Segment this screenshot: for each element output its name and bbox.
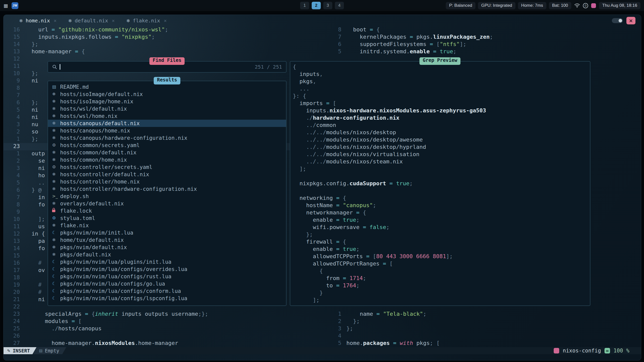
code-line[interactable]: 8 boot = { bbox=[327, 26, 641, 34]
line-number: 8 bbox=[4, 85, 20, 92]
code-line[interactable]: 13 home-manager = { bbox=[4, 48, 327, 56]
code-line[interactable]: 3}; bbox=[327, 325, 641, 333]
window-close-button[interactable]: × bbox=[626, 17, 635, 24]
result-filename: hosts/common/home.nix bbox=[60, 157, 127, 163]
line-number: 25 bbox=[4, 325, 20, 333]
code-line[interactable]: 5 initrd.systemd.enable = true; bbox=[327, 48, 641, 56]
result-item[interactable]: ❄hosts/wsl/default.nix bbox=[48, 105, 286, 112]
code-line[interactable]: 25 ./hosts/canopus bbox=[4, 325, 327, 333]
result-item[interactable]: ☾pkgs/nvim/nvim/init.lua bbox=[48, 229, 286, 236]
result-item[interactable]: ❄hosts/controller/hardware-configuration… bbox=[48, 185, 286, 193]
nix-icon: ❄ bbox=[68, 18, 72, 23]
result-item[interactable]: ❄hosts/canopus/hardware-configuration.ni… bbox=[48, 134, 286, 142]
result-item[interactable]: ❄hosts/isoImage/default.nix bbox=[48, 90, 286, 98]
result-filename: hosts/canopus/hardware-configuration.nix bbox=[60, 135, 187, 141]
result-item[interactable]: ☾pkgs/nvim/nvim/lua/configs/overrides.lu… bbox=[48, 265, 286, 273]
theme-accent-icon[interactable] bbox=[591, 3, 596, 8]
pin-toggle[interactable] bbox=[612, 18, 623, 23]
result-item[interactable]: ❄hosts/controller/default.nix bbox=[48, 171, 286, 178]
launcher-grid-icon[interactable]: ▦ bbox=[4, 3, 8, 8]
result-item[interactable]: ⚙stylua.toml bbox=[48, 214, 286, 222]
sh-file-icon: >_ bbox=[52, 194, 60, 198]
lua-file-icon: ☾ bbox=[52, 274, 60, 279]
result-item[interactable]: ❄pkgs/default.nix bbox=[48, 251, 286, 258]
nix-file-icon: ❄ bbox=[52, 107, 60, 111]
result-item[interactable]: ❄hosts/isoImage/home.nix bbox=[48, 98, 286, 105]
line-number: 10 bbox=[4, 70, 20, 77]
result-filename: flake.lock bbox=[60, 208, 92, 214]
tab-flake.nix[interactable]: ❄flake.nix× bbox=[126, 18, 167, 24]
result-item[interactable]: ❄pkgs/nvim/default.nix bbox=[48, 244, 286, 251]
result-item[interactable]: ☾pkgs/nvim/nvim/lua/plugins/init.lua bbox=[48, 258, 286, 265]
code-line[interactable]: 26 bbox=[4, 333, 327, 340]
tab-home.nix[interactable]: ❄home.nix× bbox=[19, 18, 57, 24]
result-filename: hosts/isoImage/default.nix bbox=[60, 91, 143, 97]
result-item[interactable]: ❄hosts/common/home.nix bbox=[48, 156, 286, 163]
code-line[interactable]: 16 url = "github:nix-community/nixos-wsl… bbox=[4, 26, 327, 34]
code-text: home-manager = { bbox=[20, 48, 85, 56]
code-line[interactable]: 14 }; bbox=[4, 41, 327, 48]
code-line[interactable]: 15 inputs.nixpkgs.follows = "nixpkgs"; bbox=[4, 34, 327, 41]
code-line[interactable]: 2 }; bbox=[327, 318, 641, 325]
code-line[interactable]: 5home.packages = with pkgs; [ bbox=[327, 340, 641, 347]
result-item[interactable]: >_deploy.sh bbox=[48, 193, 286, 200]
notification-count-badge[interactable]: 0 bbox=[583, 3, 588, 8]
result-item[interactable]: ⚙hosts/controller/secrets.yaml bbox=[48, 163, 286, 171]
wifi-icon[interactable] bbox=[574, 4, 580, 8]
nix-icon: ❄ bbox=[126, 18, 130, 23]
yaml-file-icon: ⚙ bbox=[52, 165, 60, 169]
result-item[interactable]: ❄overlays/default.nix bbox=[48, 200, 286, 207]
result-item[interactable]: ❄hosts/common/default.nix bbox=[48, 149, 286, 156]
result-item[interactable]: ❄hosts/canopus/home.nix bbox=[48, 127, 286, 134]
result-filename: hosts/controller/hardware-configuration.… bbox=[60, 186, 197, 192]
result-item[interactable]: ❄hosts/canopus/default.nix bbox=[48, 120, 286, 127]
code-line[interactable]: 7 kernelPackages = pkgs.linuxPackages_ze… bbox=[327, 34, 641, 41]
logo-badge[interactable]: JW bbox=[12, 2, 18, 9]
preview-line: ../../modules/nixos/desktop bbox=[293, 129, 590, 137]
code-line[interactable]: 4 bbox=[327, 333, 641, 340]
result-filename: stylua.toml bbox=[60, 215, 95, 221]
result-item[interactable]: ☾pkgs/nvim/nvim/lua/configs/lspconfig.lu… bbox=[48, 295, 286, 302]
lock-file-icon bbox=[52, 209, 60, 213]
result-filename: hosts/canopus/default.nix bbox=[60, 120, 140, 126]
workspace-button-4[interactable]: 4 bbox=[335, 2, 344, 9]
line-number: 4 bbox=[327, 333, 341, 340]
preview-line bbox=[293, 188, 590, 195]
tab-default.nix[interactable]: ❄default.nix× bbox=[68, 18, 115, 24]
result-item[interactable]: ❄hosts/wsl/home.nix bbox=[48, 112, 286, 120]
preview-line: hostName = "canopus"; bbox=[293, 202, 590, 209]
preview-line: networkmanager = { bbox=[293, 209, 590, 217]
workspace-button-1[interactable]: 1 bbox=[300, 2, 309, 9]
code-text: }; bbox=[20, 41, 38, 48]
result-item[interactable]: ☾pkgs/nvim/nvim/lua/configs/conform.lua bbox=[48, 287, 286, 295]
result-item[interactable]: ❄flake.nix bbox=[48, 222, 286, 229]
nix-file-icon: ❄ bbox=[52, 172, 60, 176]
result-item[interactable]: ❄home/tux/default.nix bbox=[48, 236, 286, 244]
code-line[interactable]: 1 name = "Tela-black"; bbox=[327, 311, 641, 318]
tab-close-icon[interactable]: × bbox=[164, 18, 167, 23]
code-line[interactable]: 24 modules = [ bbox=[4, 318, 327, 325]
code-line[interactable]: 6 supportedFilesystems = ["ntfs"]; bbox=[327, 41, 641, 48]
preview-line: enable = true; bbox=[293, 217, 590, 224]
topbar: ▦ JW 1234 P: BalancedGPU: IntegratedHome… bbox=[0, 0, 644, 11]
workspace-button-2[interactable]: 2 bbox=[312, 2, 321, 9]
result-item[interactable]: ⚙hosts/common/secrets.yaml bbox=[48, 142, 286, 149]
result-item[interactable]: flake.lock bbox=[48, 207, 286, 214]
tab-close-icon[interactable]: × bbox=[112, 18, 114, 23]
result-item[interactable]: ☾pkgs/nvim/nvim/lua/configs/rust.lua bbox=[48, 273, 286, 280]
code-text: ho bbox=[20, 172, 45, 179]
workspace-button-3[interactable]: 3 bbox=[323, 2, 332, 9]
result-item[interactable]: ❄hosts/controller/home.nix bbox=[48, 178, 286, 185]
result-item[interactable]: ☾pkgs/nvim/nvim/lua/configs/go.lua bbox=[48, 280, 286, 287]
line-number: 3 bbox=[4, 121, 20, 128]
code-line[interactable]: 27 home-manager.nixosModules.home-manage… bbox=[4, 340, 327, 347]
topbar-right: P: BalancedGPU: IntegratedHome: 7msBat: … bbox=[446, 2, 640, 9]
line-number: 6 bbox=[4, 99, 20, 107]
line-number: 16 bbox=[4, 26, 20, 34]
code-text: kernelPackages = pkgs.linuxPackages_zen; bbox=[341, 34, 493, 41]
tab-close-icon[interactable]: × bbox=[54, 18, 56, 23]
code-line[interactable]: 23 specialArgs = {inherit inputs outputs… bbox=[4, 311, 327, 318]
line-number: 1 bbox=[327, 311, 341, 318]
code-text: modules = [ bbox=[20, 318, 82, 325]
nix-file-icon: ❄ bbox=[52, 114, 60, 118]
